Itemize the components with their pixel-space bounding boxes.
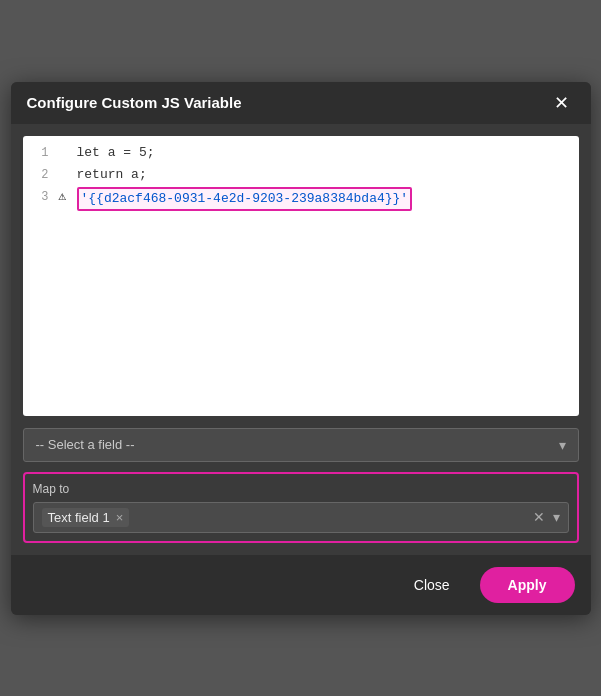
code-text-3: '{{d2acf468-0931-4e2d-9203-239a8384bda4}…: [77, 187, 579, 211]
select-field-dropdown[interactable]: -- Select a field -- ▾: [23, 428, 579, 462]
map-to-inner: Text field 1 × ✕ ▾: [33, 502, 569, 533]
tag-text-field-1: Text field 1 ×: [42, 508, 130, 527]
modal-footer: Close Apply: [11, 555, 591, 615]
close-button[interactable]: Close: [396, 569, 468, 601]
map-to-box: Map to Text field 1 × ✕ ▾: [23, 472, 579, 543]
line-number-1: 1: [23, 143, 59, 163]
tag-remove-button[interactable]: ×: [116, 511, 124, 524]
map-to-controls: ✕ ▾: [533, 509, 560, 525]
select-field-placeholder: -- Select a field --: [36, 437, 135, 452]
select-arrow-icon: ▾: [559, 437, 566, 453]
code-text-2: return a;: [77, 165, 579, 185]
clear-button[interactable]: ✕: [533, 509, 545, 525]
modal-close-button[interactable]: ✕: [548, 92, 575, 114]
line-number-3: 3: [23, 187, 59, 207]
modal-title: Configure Custom JS Variable: [27, 94, 242, 111]
code-text-1: let a = 5;: [77, 143, 579, 163]
code-line-3: 3 ⚠ '{{d2acf468-0931-4e2d-9203-239a8384b…: [23, 186, 579, 212]
map-to-dropdown-icon[interactable]: ▾: [553, 509, 560, 525]
apply-button[interactable]: Apply: [480, 567, 575, 603]
tag-label: Text field 1: [48, 510, 110, 525]
modal-header: Configure Custom JS Variable ✕: [11, 82, 591, 124]
map-to-label: Map to: [33, 482, 569, 496]
configure-modal: Configure Custom JS Variable ✕ 1 let a =…: [11, 82, 591, 615]
warning-icon: ⚠: [59, 187, 77, 207]
code-editor[interactable]: 1 let a = 5; 2 return a; 3 ⚠ '{{d2acf468…: [23, 136, 579, 416]
code-line-2: 2 return a;: [23, 164, 579, 186]
highlighted-expression: '{{d2acf468-0931-4e2d-9203-239a8384bda4}…: [77, 187, 413, 211]
code-line-1: 1 let a = 5;: [23, 142, 579, 164]
line-number-2: 2: [23, 165, 59, 185]
